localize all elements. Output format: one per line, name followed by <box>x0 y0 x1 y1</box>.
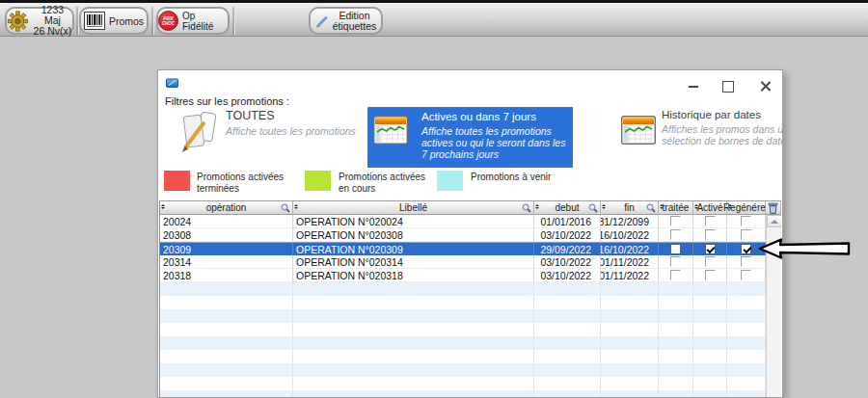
column-header-traitee[interactable]: traitée <box>659 201 693 215</box>
cell-libelle: OPERATION N°020024 <box>293 215 534 228</box>
column-header-delete[interactable] <box>766 201 781 215</box>
checkbox-regenerer[interactable] <box>741 256 751 267</box>
table-row[interactable]: 20308 OPERATION N°020308 03/10/2022 16/1… <box>160 228 781 242</box>
column-pin-icon <box>602 202 606 211</box>
screen: 1233 Maj26 Nv(x) Promos PRIXCHOC <box>0 0 868 398</box>
cell-libelle: OPERATION N°020314 <box>293 255 534 269</box>
empty-row <box>160 350 781 363</box>
empty-row <box>160 390 781 398</box>
annotation-arrow-icon <box>755 235 854 262</box>
column-header-active[interactable]: Activé <box>693 201 727 215</box>
column-pin-icon <box>694 202 698 211</box>
toolbar: 1233 Maj26 Nv(x) Promos PRIXCHOC <box>0 0 868 37</box>
cell-fin: 01/11/2022 <box>601 255 659 269</box>
scroll-up-button[interactable] <box>767 215 781 227</box>
cell-operation: 20308 <box>160 228 293 242</box>
app-icon <box>166 77 178 89</box>
toolbar-button-maj[interactable]: 1233 Maj26 Nv(x) <box>5 7 74 35</box>
column-pin-icon <box>535 202 539 211</box>
empty-row <box>160 282 781 296</box>
filter-title: Historique par dates <box>662 109 783 120</box>
gear-icon <box>7 10 29 33</box>
search-icon[interactable] <box>588 203 598 213</box>
cell-operation: 20309 <box>160 243 293 256</box>
search-icon[interactable] <box>646 203 656 213</box>
trash-icon <box>768 201 778 214</box>
filter-description: Affiche toutes les promotions actives ou… <box>421 125 568 160</box>
toolbar-button-edition-etiquettes[interactable]: Editionétiquettes <box>309 7 383 35</box>
toolbar-button-op-fidelite-label: Op Fidélité <box>182 11 228 32</box>
table-body: 20024 OPERATION N°020024 01/01/2016 31/1… <box>160 215 781 398</box>
calendar-chart-icon <box>621 116 656 145</box>
empty-row <box>160 309 781 323</box>
filter-description: Affiche toutes les promotions <box>226 125 356 137</box>
checkbox-traitee[interactable] <box>670 270 681 280</box>
checkbox-active[interactable] <box>705 216 716 226</box>
checkbox-active[interactable] <box>705 256 716 267</box>
cell-operation: 20024 <box>160 215 293 228</box>
filters-section-label: Filtres sur les promotions : <box>165 95 289 107</box>
cell-fin: 31/12/2099 <box>601 215 659 228</box>
calendar-chart-icon <box>373 116 408 145</box>
cell-operation: 20318 <box>160 269 293 282</box>
toolbar-button-promos[interactable]: Promos <box>79 7 149 35</box>
column-header-debut[interactable]: debut <box>534 201 601 215</box>
toolbar-separator <box>151 7 153 35</box>
cell-fin: 16/10/2022 <box>601 243 659 256</box>
toolbar-button-promos-label: Promos <box>109 15 144 27</box>
checkbox-regenerer[interactable] <box>741 270 751 280</box>
close-button[interactable] <box>758 79 772 93</box>
cell-libelle: OPERATION N°020309 <box>293 243 534 256</box>
dialog-titlebar[interactable] <box>158 70 782 95</box>
maximize-button[interactable] <box>720 79 734 93</box>
cell-fin: 01/11/2022 <box>601 269 659 282</box>
table-row-selected[interactable]: 20309 OPERATION N°020309 29/09/2022 16/1… <box>160 242 781 255</box>
column-header-operation[interactable]: opération <box>160 201 293 215</box>
toolbar-separator <box>232 7 234 35</box>
table-header: opération Libellé debut fin <box>160 201 781 215</box>
column-header-regenerer[interactable]: Regénérer <box>727 201 766 215</box>
cell-fin: 16/10/2022 <box>601 228 659 242</box>
checkbox-traitee[interactable] <box>670 229 681 240</box>
empty-row <box>160 377 781 390</box>
checkbox-regenerer[interactable] <box>741 216 751 226</box>
search-icon[interactable] <box>522 203 531 213</box>
legend-swatch-a-venir <box>437 171 463 191</box>
column-header-libelle[interactable]: Libellé <box>293 201 534 215</box>
prix-choc-icon: PRIXCHOC <box>158 11 178 31</box>
toolbar-button-op-fidelite[interactable]: PRIXCHOC Op Fidélité <box>156 7 230 35</box>
filter-option-historique-dates[interactable]: Historique par dates Affiches les promos… <box>619 107 781 169</box>
pencil-icon <box>315 14 329 28</box>
column-header-fin[interactable]: fin <box>601 201 659 215</box>
table-row[interactable]: 20314 OPERATION N°020314 03/10/2022 01/1… <box>160 255 781 269</box>
toolbar-button-edition-etiquettes-label: Editionétiquettes <box>333 11 377 32</box>
empty-row <box>160 336 781 350</box>
column-pin-icon <box>161 202 165 211</box>
filter-option-toutes[interactable]: TOUTES Affiche toutes les promotions <box>176 107 359 169</box>
filter-option-actives-7-jours[interactable]: Actives ou dans 7 jours Affiche toutes l… <box>367 107 573 168</box>
cell-debut: 03/10/2022 <box>534 228 601 242</box>
search-icon[interactable] <box>281 203 290 213</box>
checkbox-active[interactable] <box>705 229 716 240</box>
empty-row <box>160 363 781 377</box>
checkbox-regenerer[interactable] <box>741 229 751 240</box>
minimize-button[interactable] <box>687 79 700 93</box>
checkbox-active[interactable] <box>705 244 716 254</box>
cell-operation: 20314 <box>160 255 293 269</box>
table-row[interactable]: 20024 OPERATION N°020024 01/01/2016 31/1… <box>160 215 781 228</box>
legend-label: Promotions activéesterminées <box>197 172 284 194</box>
promotions-filter-dialog: Filtres sur les promotions : TOUTES Affi… <box>157 69 783 398</box>
empty-row <box>160 323 781 336</box>
checkbox-regenerer[interactable] <box>741 244 751 254</box>
checkbox-active[interactable] <box>705 270 716 280</box>
column-pin-icon <box>728 202 732 211</box>
column-pin-icon <box>660 202 664 211</box>
checkbox-traitee[interactable] <box>670 256 681 267</box>
toolbar-button-maj-label: 1233 Maj26 Nv(x) <box>33 5 72 37</box>
checkbox-traitee[interactable] <box>670 244 681 254</box>
legend-swatch-en-cours <box>305 171 331 191</box>
legend-label: Promotions activéesen cours <box>339 172 425 194</box>
checkbox-traitee[interactable] <box>670 216 681 226</box>
table-row[interactable]: 20318 OPERATION N°020318 03/10/2022 01/1… <box>160 269 781 282</box>
cell-debut: 03/10/2022 <box>534 255 601 269</box>
